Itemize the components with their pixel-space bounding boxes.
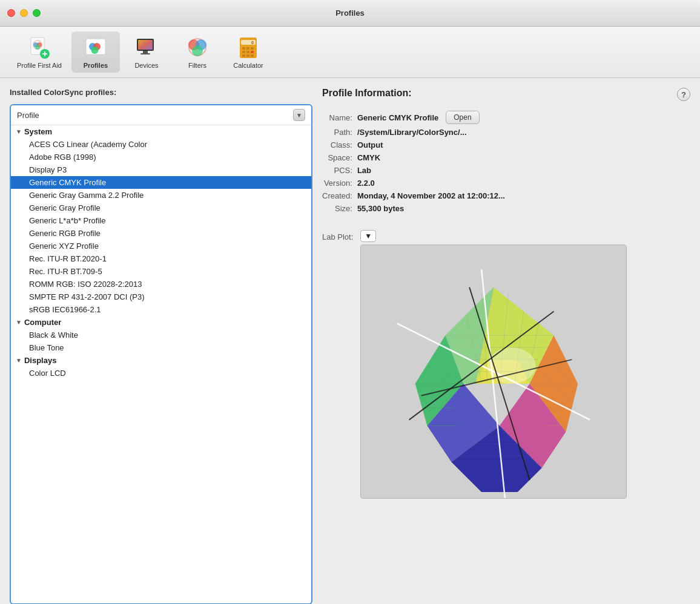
svg-rect-27 bbox=[251, 47, 254, 50]
list-item-srgb[interactable]: sRGB IEC61966-2.1 bbox=[11, 303, 311, 316]
version-value: 2.2.0 bbox=[357, 179, 690, 188]
left-panel: Installed ColorSync profiles: Profile ▼ … bbox=[10, 88, 312, 604]
list-item-generic-rgb[interactable]: Generic RGB Profile bbox=[11, 227, 311, 240]
svg-rect-29 bbox=[246, 51, 249, 53]
profile-list-container: Profile ▼ ▼ System ACES CG Linear (Acade… bbox=[10, 104, 312, 604]
lab-plot-label: Lab Plot: bbox=[322, 230, 353, 241]
group-header-computer[interactable]: ▼ Computer bbox=[11, 316, 311, 329]
list-item-generic-gray[interactable]: Generic Gray Profile bbox=[11, 202, 311, 214]
svg-rect-32 bbox=[246, 54, 249, 57]
right-panel: ? Profile Information: Name: Generic CMY… bbox=[322, 88, 690, 604]
toolbar: Profile First Aid Profiles bbox=[0, 27, 700, 78]
lab-plot-controls: ▼ bbox=[360, 230, 690, 242]
list-item-aces[interactable]: ACES CG Linear (Academy Color bbox=[11, 138, 311, 151]
maximize-button[interactable] bbox=[33, 9, 41, 17]
svg-rect-17 bbox=[140, 53, 150, 54]
profile-list[interactable]: ▼ System ACES CG Linear (Academy Color A… bbox=[11, 125, 311, 603]
created-label: Created: bbox=[322, 191, 352, 200]
panel-title: Installed ColorSync profiles: bbox=[10, 88, 312, 97]
svg-rect-15 bbox=[138, 40, 153, 50]
svg-point-21 bbox=[192, 45, 203, 56]
svg-rect-28 bbox=[242, 51, 245, 53]
name-label: Name: bbox=[322, 113, 352, 122]
toolbar-label-devices: Devices bbox=[134, 62, 158, 69]
space-value: CMYK bbox=[357, 153, 690, 162]
filters-icon bbox=[185, 35, 210, 59]
group-header-displays[interactable]: ▼ Displays bbox=[11, 354, 311, 367]
name-value: Generic CMYK Profile bbox=[357, 113, 438, 122]
svg-text:0: 0 bbox=[251, 41, 254, 45]
window-controls[interactable] bbox=[7, 9, 41, 17]
toolbar-item-calculator[interactable]: 0 Calculator bbox=[224, 31, 272, 73]
profile-info-table: Name: Generic CMYK Profile Open Path: /S… bbox=[322, 111, 690, 213]
path-label: Path: bbox=[322, 128, 352, 137]
list-item-rec2020[interactable]: Rec. ITU-R BT.2020-1 bbox=[11, 252, 311, 265]
toolbar-item-devices[interactable]: Devices bbox=[122, 31, 171, 73]
minimize-button[interactable] bbox=[20, 9, 28, 17]
list-item-display-p3[interactable]: Display P3 bbox=[11, 163, 311, 176]
name-row: Generic CMYK Profile Open bbox=[357, 111, 690, 124]
list-item-color-lcd[interactable]: Color LCD bbox=[11, 367, 311, 379]
profiles-icon bbox=[84, 35, 108, 59]
list-item-adobe-rgb[interactable]: Adobe RGB (1998) bbox=[11, 151, 311, 163]
list-item-generic-lab[interactable]: Generic L*a*b* Profile bbox=[11, 214, 311, 227]
color-gamut bbox=[360, 245, 627, 499]
space-label: Space: bbox=[322, 153, 352, 162]
lab-plot-row: Lab Plot: ▼ bbox=[322, 230, 690, 499]
svg-rect-8 bbox=[44, 51, 45, 56]
lab-plot-container: ▼ bbox=[360, 230, 690, 499]
svg-rect-16 bbox=[143, 51, 148, 53]
svg-rect-26 bbox=[246, 47, 249, 50]
title-bar: Profiles bbox=[0, 0, 700, 27]
svg-point-5 bbox=[35, 45, 40, 50]
pcs-label: PCS: bbox=[322, 166, 352, 175]
main-content: Installed ColorSync profiles: Profile ▼ … bbox=[0, 78, 700, 604]
help-button[interactable]: ? bbox=[677, 88, 690, 101]
profile-dropdown-text: Profile bbox=[17, 111, 39, 120]
group-label-system: System bbox=[24, 127, 52, 136]
list-item-generic-cmyk[interactable]: Generic CMYK Profile bbox=[11, 176, 311, 189]
svg-rect-31 bbox=[242, 54, 245, 57]
devices-icon bbox=[134, 35, 159, 59]
group-label-computer: Computer bbox=[24, 318, 61, 327]
group-label-displays: Displays bbox=[24, 356, 56, 365]
created-value: Monday, 4 November 2002 at 12:00:12... bbox=[357, 191, 690, 200]
group-header-system[interactable]: ▼ System bbox=[11, 125, 311, 138]
list-item-smpte[interactable]: SMPTE RP 431-2-2007 DCI (P3) bbox=[11, 291, 311, 303]
list-item-blue-tone[interactable]: Blue Tone bbox=[11, 341, 311, 354]
size-label: Size: bbox=[322, 204, 352, 213]
svg-rect-33 bbox=[251, 54, 254, 57]
toolbar-label-calculator: Calculator bbox=[233, 62, 263, 69]
profile-info-title: Profile Information: bbox=[322, 88, 690, 99]
toolbar-item-profiles[interactable]: Profiles bbox=[71, 31, 120, 73]
version-label: Version: bbox=[322, 179, 352, 188]
dropdown-arrow-icon[interactable]: ▼ bbox=[293, 109, 305, 121]
calculator-icon: 0 bbox=[236, 35, 260, 59]
pcs-value: Lab bbox=[357, 166, 690, 175]
toolbar-item-filters[interactable]: Filters bbox=[173, 31, 222, 73]
disclosure-triangle-computer: ▼ bbox=[16, 319, 22, 326]
size-value: 55,300 bytes bbox=[357, 204, 690, 213]
svg-rect-25 bbox=[242, 47, 245, 50]
list-item-generic-gray-gamma[interactable]: Generic Gray Gamma 2.2 Profile bbox=[11, 189, 311, 202]
disclosure-triangle-displays: ▼ bbox=[16, 357, 22, 364]
list-item-romm-rgb[interactable]: ROMM RGB: ISO 22028-2:2013 bbox=[11, 278, 311, 291]
list-item-generic-xyz[interactable]: Generic XYZ Profile bbox=[11, 240, 311, 252]
svg-rect-30 bbox=[251, 51, 254, 53]
toolbar-item-profile-first-aid[interactable]: Profile First Aid bbox=[10, 31, 69, 73]
open-button[interactable]: Open bbox=[446, 111, 479, 124]
window-title: Profiles bbox=[335, 8, 365, 18]
disclosure-triangle-system: ▼ bbox=[16, 128, 22, 135]
list-item-black-white[interactable]: Black & White bbox=[11, 329, 311, 341]
class-value: Output bbox=[357, 140, 690, 149]
profile-dropdown[interactable]: Profile ▼ bbox=[11, 105, 311, 125]
list-item-rec709[interactable]: Rec. ITU-R BT.709-5 bbox=[11, 265, 311, 278]
profile-first-aid-icon bbox=[27, 35, 51, 59]
class-label: Class: bbox=[322, 140, 352, 149]
toolbar-label-profile-first-aid: Profile First Aid bbox=[17, 62, 62, 69]
path-value: /System/Library/ColorSync/... bbox=[357, 128, 690, 137]
close-button[interactable] bbox=[7, 9, 15, 17]
svg-point-12 bbox=[91, 47, 98, 54]
toolbar-label-profiles: Profiles bbox=[84, 62, 108, 69]
lab-plot-dropdown[interactable]: ▼ bbox=[360, 230, 376, 242]
